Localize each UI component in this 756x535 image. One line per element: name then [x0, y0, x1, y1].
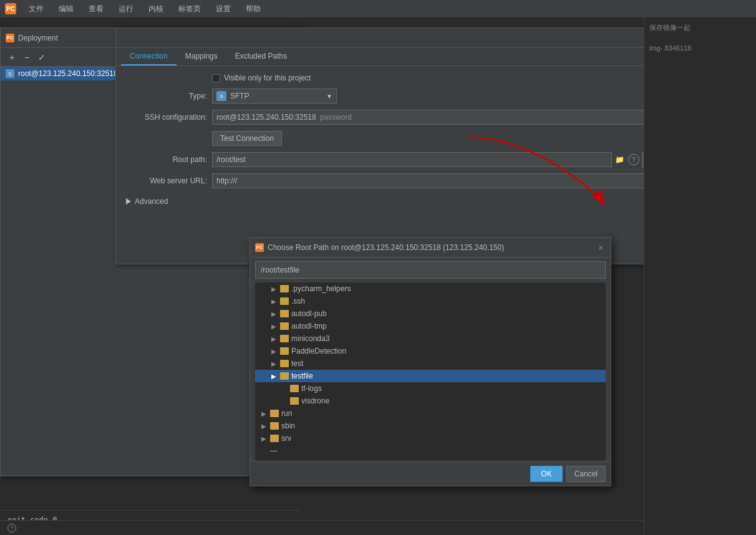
advanced-section[interactable]: Advanced	[126, 195, 691, 208]
choose-footer: OK Cancel	[250, 461, 611, 486]
menu-bar: PC 文件 编辑 查看 运行 内核 标签页 设置 帮助	[0, 0, 756, 17]
root-path-folder-button[interactable]: 📁	[614, 154, 626, 165]
tree-item-label: autodl-pub	[291, 309, 327, 318]
type-select[interactable]: S SFTP ▼	[212, 89, 337, 104]
tree-item-label: tf-logs	[301, 384, 322, 393]
tree-item-label: —	[270, 446, 278, 455]
tree-item[interactable]: —	[255, 445, 606, 457]
ok-button[interactable]: OK	[530, 466, 562, 482]
test-connection-button[interactable]: Test Connection	[212, 131, 282, 146]
ssh-label: SSH configuration:	[126, 113, 207, 122]
choose-logo: PC	[255, 243, 264, 252]
tree-item[interactable]: ▶autodl-pub	[255, 307, 606, 320]
tree-chevron-icon: ▶	[270, 298, 278, 305]
tree-item[interactable]: ▶PaddleDetection	[255, 345, 606, 357]
folder-icon	[290, 385, 299, 392]
menu-kernel[interactable]: 内核	[146, 2, 166, 16]
tree-chevron-icon: ▶	[260, 423, 268, 430]
tree-item-label: autodl-tmp	[291, 322, 327, 330]
folder-icon	[280, 285, 289, 292]
help-status-icon[interactable]: ?	[7, 524, 16, 533]
tree-item[interactable]: ▶testfile	[255, 370, 606, 382]
folder-icon	[290, 397, 299, 405]
connection-title-bar: ×	[116, 28, 701, 48]
tree-item[interactable]: ▶srv	[255, 432, 606, 445]
web-url-value: http:///	[216, 176, 237, 185]
type-row: Type: S SFTP ▼	[126, 89, 691, 104]
choose-close-button[interactable]: ×	[596, 243, 606, 253]
folder-icon	[280, 347, 289, 355]
web-url-row: Web server URL: http:/// ⟳	[126, 173, 691, 188]
test-connection-row: Test Connection	[126, 131, 691, 146]
web-url-input-group: http:/// ⟳	[212, 173, 691, 188]
tree-item-label: .ssh	[291, 297, 305, 306]
remove-server-button[interactable]: −	[21, 51, 33, 64]
tree-item[interactable]: ▶run	[255, 407, 606, 420]
folder-icon	[280, 297, 289, 305]
menu-edit[interactable]: 编辑	[56, 2, 76, 16]
ssh-input[interactable]: root@123.125.240.150:32518 password ▼	[212, 110, 671, 125]
server-name: root@123.125.240.150:32518	[18, 69, 118, 78]
menu-tags[interactable]: 标签页	[176, 2, 203, 16]
choose-path-input[interactable]: /root/testfile	[255, 261, 606, 279]
file-tree[interactable]: ▶.pycharm_helpers▶.ssh▶autodl-pub▶autodl…	[255, 282, 606, 461]
choose-path-value: /root/testfile	[261, 266, 299, 274]
visible-only-row: Visible only for this project	[126, 74, 691, 82]
tree-item[interactable]: ▶autodl-tmp	[255, 320, 606, 332]
choose-title: Choose Root Path on root@123.125.240.150…	[268, 243, 592, 252]
folder-icon	[280, 360, 289, 367]
tree-chevron-icon: ▶	[260, 410, 268, 417]
connection-panel: × Connection Mappings Excluded Paths Vis…	[115, 27, 702, 264]
ssh-config-row: SSH configuration: root@123.125.240.150:…	[126, 110, 691, 125]
menu-view[interactable]: 查看	[86, 2, 106, 16]
connection-tabs: Connection Mappings Excluded Paths	[116, 48, 701, 66]
tab-excluded-paths[interactable]: Excluded Paths	[226, 48, 296, 65]
tree-item[interactable]: ▶test	[255, 357, 606, 370]
menu-help[interactable]: 帮助	[243, 2, 263, 16]
tree-item[interactable]: visdrone	[255, 395, 606, 407]
checkbox-box[interactable]	[212, 74, 220, 82]
tab-connection[interactable]: Connection	[121, 48, 177, 65]
advanced-label: Advanced	[135, 197, 168, 206]
menu-settings[interactable]: 设置	[213, 2, 233, 16]
menu-run[interactable]: 运行	[116, 2, 136, 16]
folder-icon	[270, 422, 279, 430]
tree-chevron-icon: ▶	[260, 435, 268, 442]
folder-icon	[280, 372, 289, 380]
tree-item[interactable]: ▶.pycharm_helpers	[255, 282, 606, 295]
right-text-1: 保存镜像一起	[644, 17, 756, 38]
add-server-button[interactable]: +	[6, 51, 18, 64]
sftp-icon: S	[216, 91, 226, 101]
web-url-label: Web server URL:	[126, 176, 207, 185]
root-path-value: /root/test	[216, 155, 246, 164]
type-select-arrow: ▼	[326, 93, 332, 100]
menu-file[interactable]: 文件	[26, 2, 46, 16]
tree-chevron-icon: ▶	[270, 323, 278, 330]
visible-only-checkbox[interactable]: Visible only for this project	[212, 74, 311, 82]
tree-item[interactable]: ▶.ssh	[255, 295, 606, 307]
web-url-input[interactable]: http:///	[212, 173, 677, 188]
tree-chevron-icon: ▶	[270, 286, 278, 292]
tree-item[interactable]: ▶sbin	[255, 420, 606, 432]
folder-icon	[280, 310, 289, 317]
server-icon: S	[6, 69, 14, 78]
tree-item[interactable]: ▶miniconda3	[255, 332, 606, 345]
tree-item-label: testfile	[291, 372, 313, 380]
type-value: SFTP	[230, 92, 250, 100]
ssh-input-group: root@123.125.240.150:32518 password ▼ ..…	[212, 110, 691, 125]
root-path-label: Root path:	[126, 155, 207, 164]
root-path-input[interactable]: /root/test	[212, 152, 612, 167]
folder-icon	[270, 410, 279, 417]
tab-mappings[interactable]: Mappings	[177, 48, 226, 65]
cancel-button[interactable]: Cancel	[566, 466, 606, 482]
confirm-button[interactable]: ✓	[36, 51, 48, 64]
tree-chevron-icon: ▶	[270, 311, 278, 317]
tree-item[interactable]: tf-logs	[255, 382, 606, 395]
root-path-row: Root path: /root/test 📁 ? Autodetect	[126, 152, 691, 167]
tree-chevron-icon: ▶	[270, 360, 278, 367]
tree-chevron-icon: ▶	[270, 348, 278, 355]
connection-body: Visible only for this project Type: S SF…	[116, 66, 701, 216]
root-path-help-icon[interactable]: ?	[628, 154, 639, 165]
tree-item-label: miniconda3	[291, 334, 329, 343]
folder-icon	[280, 322, 289, 330]
